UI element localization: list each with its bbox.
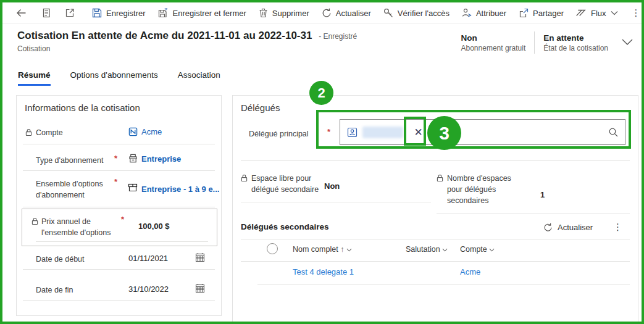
refresh-label: Actualiser — [336, 9, 371, 18]
subgrid-more-button[interactable]: ⋮ — [606, 222, 630, 233]
tab-resume[interactable]: Résumé — [18, 70, 51, 86]
record-title: Cotisation En attente de Acme du 2021-11… — [17, 30, 312, 41]
field-label-prix-annuel: Prix annuel de l'ensemble d'options — [41, 216, 114, 238]
lock-icon — [31, 217, 38, 225]
stat-caption: Abonnement gratuit — [461, 44, 526, 52]
save-button[interactable]: Enregistrer — [86, 2, 152, 23]
account-icon — [128, 127, 138, 136]
row-divider — [23, 300, 215, 301]
row-divider — [241, 160, 630, 161]
chevron-down-icon[interactable] — [442, 248, 448, 252]
column-header-compte[interactable]: Compte — [460, 245, 495, 254]
saved-status: - Enregistré — [319, 32, 357, 41]
annotation-step-3-badge: 3 — [427, 116, 461, 150]
options-set-icon — [128, 183, 138, 193]
free-subscription-stat: Non Abonnement gratuit — [461, 33, 526, 52]
form-selector-button[interactable] — [35, 2, 57, 23]
espace-libre-value: Non — [324, 181, 340, 191]
field-label-nombre-espaces: Nombre d'espaces pour délégués secondair… — [447, 173, 519, 206]
calendar-icon[interactable] — [195, 283, 205, 293]
required-marker: * — [114, 154, 117, 163]
row-divider — [23, 207, 215, 207]
row-divider — [23, 269, 215, 270]
column-label: Compte — [460, 245, 487, 254]
required-marker: * — [121, 215, 124, 224]
flow-label: Flux — [591, 9, 606, 18]
assign-label: Attribuer — [476, 9, 506, 18]
flow-icon — [576, 8, 587, 18]
stat-value: En attente — [543, 33, 608, 43]
cotisation-info-section: Informations de la cotisation Compte Acm… — [16, 95, 222, 316]
annotation-box-clear-button — [404, 117, 426, 146]
field-label-ensemble-options: Ensemble d'options d'abonnement — [36, 178, 111, 201]
column-header-nom-complet[interactable]: Nom complet ↑ — [293, 245, 352, 254]
header-fields: Non Abonnement gratuit En attente État d… — [461, 30, 633, 54]
lock-icon — [25, 128, 32, 136]
refresh-button[interactable]: Actualiser — [316, 2, 377, 23]
flow-button[interactable]: Flux — [570, 2, 624, 23]
field-label-date-fin: Date de fin — [36, 285, 73, 296]
nombre-espaces-value: 1 — [540, 190, 545, 199]
back-arrow-icon — [16, 8, 27, 18]
back-button[interactable] — [9, 2, 34, 23]
trash-icon — [259, 8, 268, 18]
field-label-type-abonnement: Type d'abonnement — [36, 155, 103, 166]
section-title: Informations de la cotisation — [25, 102, 140, 113]
chevron-down-icon[interactable] — [489, 248, 495, 252]
compte-value-link[interactable]: Acme — [141, 127, 162, 136]
tab-association[interactable]: Association — [178, 70, 220, 86]
popout-icon — [65, 8, 75, 18]
select-all-radio[interactable] — [267, 243, 278, 254]
delegate-name-link[interactable]: Test 4 delegate 1 — [293, 267, 354, 276]
assign-button[interactable]: Attribuer — [456, 2, 512, 23]
subscription-type-icon — [128, 154, 138, 163]
form-tabs: Résumé Options d'abonnements Association — [18, 70, 220, 86]
field-underline — [36, 241, 208, 242]
section-title: Délégués — [241, 102, 280, 113]
more-commands-button[interactable]: ⋮ — [624, 2, 644, 23]
row-divider — [241, 202, 431, 202]
stat-separator — [534, 31, 535, 54]
refresh-icon — [543, 223, 553, 232]
document-icon — [41, 8, 51, 18]
prix-annuel-field-box: Prix annuel de l'ensemble d'options * 10… — [22, 209, 217, 246]
delete-button[interactable]: Supprimer — [253, 2, 316, 23]
header-expand-button[interactable] — [622, 37, 633, 48]
chevron-down-icon[interactable] — [346, 248, 352, 252]
lock-icon — [437, 174, 443, 182]
subgrid-refresh-label: Actualiser — [558, 223, 593, 232]
save-and-close-label: Enregistrer et fermer — [173, 9, 246, 18]
date-debut-value[interactable]: 01/11/2021 — [128, 254, 168, 263]
lock-icon — [241, 174, 248, 182]
key-icon — [383, 8, 393, 18]
share-icon — [519, 8, 529, 18]
app-window: Enregistrer Enregistrer et fermer Suppri… — [0, 0, 644, 324]
status-stat[interactable]: En attente État de la cotisation — [543, 33, 608, 52]
save-icon — [92, 8, 102, 18]
delegate-account-link[interactable]: Acme — [460, 267, 480, 276]
prix-annuel-value: 100,00 $ — [138, 222, 170, 231]
row-divider — [437, 214, 630, 214]
type-abonnement-value-link[interactable]: Entreprise — [141, 154, 181, 164]
date-fin-value[interactable]: 31/10/2022 — [128, 285, 169, 294]
tab-options-abonnements[interactable]: Options d'abonnements — [70, 70, 158, 86]
command-bar: Enregistrer Enregistrer et fermer Suppri… — [2, 2, 642, 24]
refresh-icon — [322, 8, 332, 18]
stat-caption: État de la cotisation — [543, 44, 608, 52]
ensemble-options-value-link[interactable]: Entreprise - 1 à 9 e... — [141, 185, 219, 194]
share-button[interactable]: Partager — [512, 2, 570, 23]
required-marker: * — [114, 177, 117, 186]
save-and-close-button[interactable]: Enregistrer et fermer — [152, 2, 253, 23]
subgrid-refresh-button[interactable]: Actualiser — [543, 223, 593, 232]
annotation-box-lookup-field — [316, 110, 631, 149]
entity-name: Cotisation — [17, 44, 357, 53]
subgrid-title: Délégués secondaires — [241, 222, 329, 231]
chevron-down-icon — [622, 39, 633, 46]
page-header: Cotisation En attente de Acme du 2021-11… — [17, 30, 633, 54]
check-access-button[interactable]: Vérifier l'accès — [377, 2, 456, 23]
calendar-icon[interactable] — [195, 252, 205, 262]
open-in-new-window-button[interactable] — [59, 2, 81, 23]
page-title: Cotisation En attente de Acme du 2021-11… — [17, 30, 357, 42]
column-header-salutation[interactable]: Salutation — [406, 245, 448, 254]
chevron-down-icon — [611, 10, 618, 15]
